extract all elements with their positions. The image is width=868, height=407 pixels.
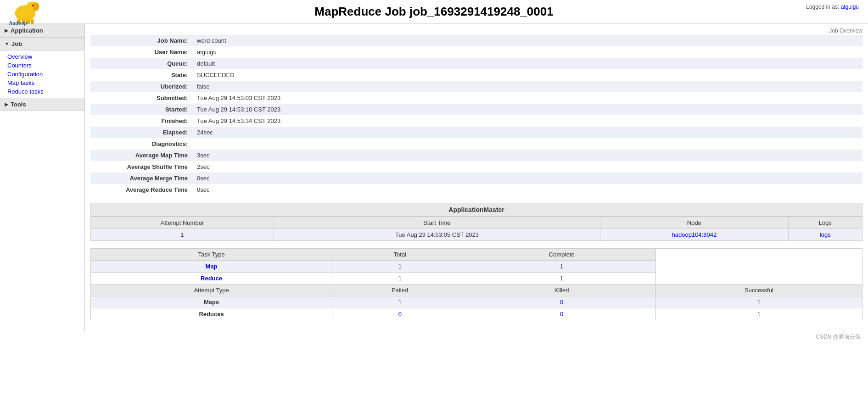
task-type-1[interactable]: Reduce [91,273,332,284]
overview-value-4: false [191,81,862,92]
main-layout: ▶ Application ▼ Job Overview Counters Co… [0,24,868,331]
overview-label-6: Started: [90,104,191,115]
attempt-failed-1[interactable]: 0 [332,308,468,320]
job-arrow-icon: ▼ [5,41,9,46]
attempt-killed-link-1[interactable]: 0 [560,311,563,318]
overview-label-4: Uberized: [90,81,191,92]
page-header: hadoop MapReduce Job job_1693291419248_0… [0,0,868,24]
overview-value-3: SUCCEEDED [191,69,862,81]
am-table: Attempt Number Start Time Node Logs 1Tue… [90,217,862,241]
sidebar-tools-label: Tools [11,101,26,108]
attempt-killed-link-0[interactable]: 0 [560,299,563,306]
sidebar-job-header[interactable]: ▼ Job [0,37,84,50]
overview-value-6: Tue Aug 29 14:53:10 CST 2023 [191,104,862,115]
svg-point-2 [33,2,39,11]
task-type-link-1[interactable]: Reduce [201,275,222,282]
hadoop-logo-icon: hadoop [9,0,41,26]
overview-value-1: atguigu [191,46,862,58]
attempt-type-0: Maps [91,296,332,308]
sidebar-item-overview[interactable]: Overview [7,52,84,61]
sidebar-item-map-tasks[interactable]: Map tasks [7,78,84,87]
overview-label-8: Elapsed: [90,127,191,138]
svg-rect-7 [31,19,34,24]
attempt-successful-link-1[interactable]: 1 [757,311,761,318]
overview-label-0: Job Name: [90,35,191,46]
sidebar-item-configuration[interactable]: Configuration [7,70,84,78]
logged-in-label: Logged in as: [806,4,839,10]
killed-header: Killed [468,284,655,296]
overview-label-1: User Name: [90,46,191,58]
main-content: Job Overview Job Name:word countUser Nam… [85,24,868,331]
overview-label-10: Average Map Time [90,150,191,161]
task-complete-1: 1 [468,273,655,284]
sidebar-tools-header[interactable]: ▶ Tools [0,98,84,111]
am-col-logs: Logs [788,217,862,229]
attempt-killed-1[interactable]: 0 [468,308,655,320]
am-start_time-0: Tue Aug 29 14:53:05 CST 2023 [274,229,600,241]
sidebar-item-reduce-tasks[interactable]: Reduce tasks [7,87,84,96]
task-summary-section: Task Type Total Complete Map11Reduce11 A… [90,248,862,320]
overview-value-11: 2sec [191,161,862,173]
overview-value-0: word count [191,35,862,46]
attempt-successful-link-0[interactable]: 1 [757,299,761,306]
overview-label-7: Finished: [90,115,191,127]
total-header: Total [332,249,468,261]
overview-value-13: 0sec [191,184,862,195]
task-total-0: 1 [332,261,468,273]
overview-label-13: Average Reduce Time [90,184,191,195]
task-type-link-0[interactable]: Map [206,263,218,270]
sidebar-job-label: Job [11,40,22,47]
page-title: MapReduce Job job_1693291419248_0001 [314,5,553,19]
am-title: ApplicationMaster [90,203,862,217]
failed-header: Failed [332,284,468,296]
am-logs-link-0[interactable]: logs [820,231,831,238]
overview-value-9 [191,138,862,150]
overview-label-2: Queue: [90,58,191,69]
logged-in-user-link[interactable]: atguigu [841,4,859,10]
attempt-killed-0[interactable]: 0 [468,296,655,308]
overview-value-12: 0sec [191,173,862,184]
complete-header: Complete [468,249,655,261]
sidebar-application-header[interactable]: ▶ Application [0,24,84,37]
logo: hadoop [9,0,41,26]
am-logs-0[interactable]: logs [788,229,862,241]
attempt-failed-link-1[interactable]: 0 [398,311,402,318]
attempt-type-1: Reduces [91,308,332,320]
task-type-0[interactable]: Map [91,261,332,273]
attempt-failed-link-0[interactable]: 1 [398,299,402,306]
overview-label-9: Diagnostics: [90,138,191,150]
sidebar-item-counters[interactable]: Counters [7,61,84,70]
overview-value-2: default [191,58,862,69]
footer-text: CSDN @庭前云落 [816,334,861,340]
attempt-successful-0[interactable]: 1 [655,296,862,308]
overview-label-11: Average Shuffle Time [90,161,191,173]
am-node-link-0[interactable]: hadoop104:8042 [672,231,717,238]
am-col-attempt: Attempt Number [91,217,274,229]
job-overview-table: Job Name:word countUser Name:atguiguQueu… [90,35,862,195]
sidebar: ▶ Application ▼ Job Overview Counters Co… [0,24,85,331]
successful-header: Successful [655,284,862,296]
attempt-successful-1[interactable]: 1 [655,308,862,320]
task-total-1: 1 [332,273,468,284]
overview-label-12: Average Merge Time [90,173,191,184]
logged-in-info: Logged in as: atguigu [806,4,859,10]
sidebar-job-links: Overview Counters Configuration Map task… [0,50,84,98]
overview-label-5: Submitted: [90,92,191,104]
attempt-failed-0[interactable]: 1 [332,296,468,308]
footer: CSDN @庭前云落 [0,331,868,343]
am-col-node: Node [600,217,788,229]
am-attempt-0: 1 [91,229,274,241]
overview-label-3: State: [90,69,191,81]
overview-value-8: 24sec [191,127,862,138]
sidebar-application-label: Application [11,27,43,34]
job-overview-label: Job Overview [90,28,862,35]
svg-point-3 [32,5,34,6]
am-col-start-time: Start Time [274,217,600,229]
application-arrow-icon: ▶ [5,28,8,33]
am-node-0[interactable]: hadoop104:8042 [600,229,788,241]
overview-value-7: Tue Aug 29 14:53:34 CST 2023 [191,115,862,127]
task-summary-table: Task Type Total Complete Map11Reduce11 A… [90,248,862,320]
task-complete-0: 1 [468,261,655,273]
overview-value-10: 3sec [191,150,862,161]
overview-value-5: Tue Aug 29 14:53:03 CST 2023 [191,92,862,104]
